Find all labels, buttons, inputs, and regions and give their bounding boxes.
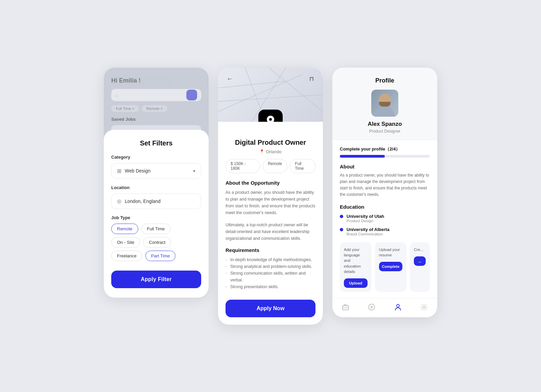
job-type-fulltime[interactable]: Full Time bbox=[141, 224, 171, 234]
job-detail-body: Digital Product Owner 📍 Orlando $ 150K -… bbox=[218, 122, 323, 325]
job-tag-salary: $ 150K - 180K bbox=[226, 159, 260, 173]
location-pin-icon: 📍 bbox=[259, 149, 264, 154]
requirements-list: In-depth knowledge of Agile methodologie… bbox=[226, 256, 315, 290]
uber-logo-dot bbox=[269, 118, 272, 121]
back-button[interactable]: ← bbox=[224, 74, 235, 85]
blur-tag-1: Full Time × bbox=[111, 105, 139, 112]
about-section-title: About bbox=[340, 164, 430, 169]
action-card-language: Add your language and education details … bbox=[340, 242, 372, 292]
location-input[interactable]: ◎ London, England bbox=[111, 193, 201, 209]
svg-line-2 bbox=[218, 95, 323, 101]
bookmark-icon: ⊓ bbox=[309, 75, 314, 83]
job-type-parttime[interactable]: Part Time bbox=[145, 251, 176, 261]
profile-body: Complete your profile（2/4） About As a pr… bbox=[332, 140, 437, 298]
edu-info-1: University of Utah Product Design bbox=[347, 214, 384, 223]
job-location: 📍 Orlando bbox=[226, 149, 315, 154]
nav-gear-icon[interactable] bbox=[419, 302, 429, 312]
job-type-remote[interactable]: Remote bbox=[111, 224, 138, 234]
blur-search-bar: ⌕ bbox=[111, 89, 201, 101]
category-select[interactable]: ⊞ Web Design ▾ bbox=[111, 163, 201, 179]
location-value: London, England bbox=[125, 199, 161, 204]
about-section-text: As a product owner, you should have the … bbox=[340, 172, 430, 198]
job-type-label: Job Type bbox=[111, 215, 201, 220]
chevron-down-icon: ▾ bbox=[193, 168, 195, 174]
action-cards: Add your language and education details … bbox=[340, 242, 430, 292]
screen3-profile: Profile Alex Spanzo Product Designer Com… bbox=[332, 68, 437, 317]
screens-container: Hi Emilia ! ⌕ Full Time × Remote × Saved… bbox=[90, 54, 451, 338]
progress-bar-background bbox=[340, 155, 430, 158]
job-type-grid: Remote Full Time On - Site Contract Free… bbox=[111, 224, 201, 261]
edu-field-2: Brand Commnication bbox=[347, 232, 390, 236]
complete-button[interactable]: Complete bbox=[379, 262, 403, 271]
job-tags: $ 150K - 180K Remote Full Time bbox=[226, 159, 315, 173]
extra-button[interactable]: ... bbox=[414, 256, 426, 266]
edu-dot-2 bbox=[340, 228, 343, 231]
requirement-1: In-depth knowledge of Agile methodologie… bbox=[226, 256, 315, 263]
education-title: Education bbox=[340, 204, 430, 210]
avatar-body bbox=[375, 107, 395, 117]
bookmark-button[interactable]: ⊓ bbox=[306, 74, 317, 85]
edu-item-1: University of Utah Product Design bbox=[340, 214, 430, 223]
progress-bar-fill bbox=[340, 155, 385, 158]
profile-name: Alex Spanzo bbox=[368, 121, 402, 128]
about-title: About the Opportunity bbox=[226, 180, 315, 186]
action-card-resume: Upload your resume Complete bbox=[375, 242, 407, 292]
job-title: Digital Product Owner bbox=[226, 139, 315, 146]
requirement-2: Strong analytical and problem-solving sk… bbox=[226, 263, 315, 270]
action-card-extra-text: Cre... bbox=[414, 247, 426, 252]
edu-field-1: Product Design bbox=[347, 219, 384, 223]
blur-tag-2: Remote × bbox=[142, 105, 167, 112]
edu-info-2: University of Alberta Brand Commnication bbox=[347, 227, 390, 236]
apply-filter-button[interactable]: Apply Filter bbox=[111, 271, 201, 288]
svg-point-12 bbox=[423, 306, 425, 308]
filter-title: Set Filters bbox=[111, 139, 201, 147]
nav-plus-icon[interactable] bbox=[367, 302, 376, 312]
job-tag-remote: Remote bbox=[263, 159, 287, 173]
edu-dot-1 bbox=[340, 215, 343, 218]
job-tag-type: Full Time bbox=[290, 159, 315, 173]
blur-tags: Full Time × Remote × bbox=[111, 105, 201, 112]
edu-item-2: University of Alberta Brand Commnication bbox=[340, 227, 430, 236]
nav-briefcase-icon[interactable] bbox=[341, 302, 350, 312]
action-card-resume-text: Upload your resume bbox=[379, 247, 403, 258]
screen2-job-detail: ← ⊓ UBER Digital Product Owner 📍 Orlando bbox=[218, 68, 323, 325]
svg-point-11 bbox=[397, 304, 399, 307]
progress-section: Complete your profile（2/4） bbox=[340, 146, 430, 158]
avatar-image bbox=[371, 90, 398, 117]
avatar bbox=[371, 90, 398, 117]
location-label: Location bbox=[111, 185, 201, 190]
upload-button[interactable]: Upload bbox=[344, 278, 368, 288]
company-logo: UBER bbox=[258, 110, 283, 122]
about-text-2: Ultimately, a top-notch product owner wi… bbox=[226, 222, 315, 242]
progress-label: Complete your profile（2/4） bbox=[340, 146, 430, 152]
job-type-onsite[interactable]: On - Site bbox=[111, 237, 140, 248]
education-section: Education University of Utah Product Des… bbox=[340, 204, 430, 236]
job-type-freelance[interactable]: Freelance bbox=[111, 251, 142, 261]
category-value: Web Design bbox=[125, 168, 190, 174]
requirement-4: Strong presentation skills. bbox=[226, 283, 315, 290]
job-location-text: Orlando bbox=[266, 149, 281, 154]
edu-school-2: University of Alberta bbox=[347, 227, 390, 232]
action-card-extra: Cre... ... bbox=[410, 242, 430, 292]
back-icon: ← bbox=[227, 75, 233, 83]
profile-header: Profile Alex Spanzo Product Designer bbox=[332, 68, 437, 140]
apply-now-button[interactable]: Apply Now bbox=[226, 300, 315, 317]
uber-logo-circle bbox=[267, 116, 274, 122]
location-icon: ◎ bbox=[117, 198, 121, 204]
edu-school-1: University of Utah bbox=[347, 214, 384, 219]
nav-person-icon[interactable] bbox=[393, 302, 403, 312]
bottom-navigation bbox=[332, 298, 437, 317]
about-section: About As a product owner, you should hav… bbox=[340, 164, 430, 198]
job-type-contract[interactable]: Contract bbox=[143, 237, 171, 248]
uber-logo-inner: UBER bbox=[264, 116, 277, 122]
screen1-filter: Hi Emilia ! ⌕ Full Time × Remote × Saved… bbox=[104, 68, 209, 298]
requirements-title: Requirements bbox=[226, 247, 315, 253]
search-icon: ⌕ bbox=[115, 92, 118, 98]
category-label: Category bbox=[111, 155, 201, 160]
action-card-language-text: Add your language and education details bbox=[344, 247, 368, 274]
blur-filter-icon bbox=[186, 90, 197, 100]
category-icon: ⊞ bbox=[117, 168, 121, 174]
filter-sheet: Set Filters Category ⊞ Web Design ▾ Loca… bbox=[104, 130, 209, 298]
blur-greeting: Hi Emilia ! bbox=[111, 77, 201, 84]
profile-role: Product Designer bbox=[369, 129, 401, 134]
